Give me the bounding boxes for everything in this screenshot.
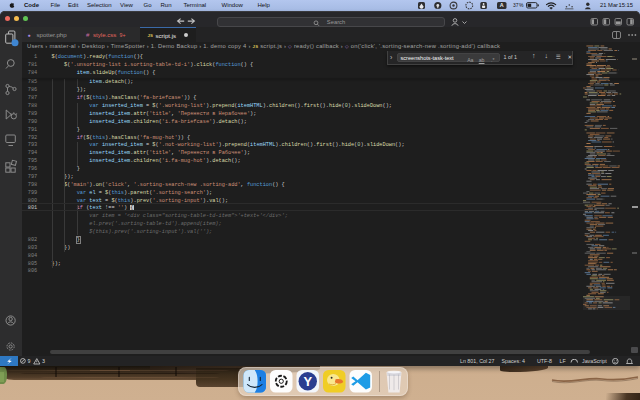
svg-text:Y: Y [303, 373, 312, 388]
